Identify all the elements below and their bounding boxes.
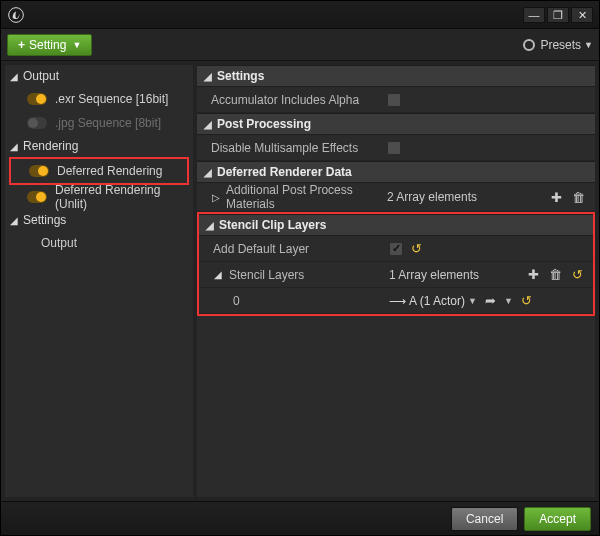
sidebar-item-label: .exr Sequence [16bit] — [55, 92, 168, 106]
section-header-stencil-clip-layers[interactable]: ◢ Stencil Clip Layers — [199, 214, 593, 236]
titlebar: — ❐ ✕ — [1, 1, 599, 29]
selection-highlight: Deferred Rendering — [9, 157, 189, 185]
toggle-on-icon[interactable] — [27, 191, 47, 203]
checkbox[interactable] — [387, 93, 401, 107]
section-header-settings[interactable]: ◢ Settings — [197, 65, 595, 87]
section-title: Stencil Clip Layers — [219, 218, 326, 232]
sidebar-item-deferred-rendering[interactable]: Deferred Rendering — [11, 159, 187, 183]
section-title: Settings — [217, 69, 264, 83]
row-accumulator-includes-alpha: Accumulator Includes Alpha — [197, 87, 595, 113]
sidebar-group-rendering[interactable]: ◢ Rendering — [5, 135, 193, 157]
close-button[interactable]: ✕ — [571, 7, 593, 23]
sidebar-item-label: Output — [41, 236, 77, 250]
reset-to-default-icon[interactable]: ↺ — [570, 267, 585, 282]
section-title: Post Processing — [217, 117, 311, 131]
sidebar-item-exr-sequence[interactable]: .exr Sequence [16bit] — [5, 87, 193, 111]
expand-icon[interactable]: ◢ — [203, 167, 213, 178]
toggle-on-icon[interactable] — [27, 93, 47, 105]
row-stencil-layers: ◢ Stencil Layers 1 Array elements ✚ 🗑 ↺ — [199, 262, 593, 288]
body: ◢ Output .exr Sequence [16bit] .jpg Sequ… — [1, 61, 599, 501]
delete-icon[interactable]: 🗑 — [570, 190, 587, 205]
expand-icon[interactable]: ◢ — [9, 141, 19, 152]
sidebar-group-settings[interactable]: ◢ Settings — [5, 209, 193, 231]
sidebar-group-label: Output — [23, 69, 59, 83]
sidebar-item-deferred-rendering-unlit[interactable]: Deferred Rendering (Unlit) — [5, 185, 193, 209]
app-logo — [7, 6, 25, 24]
row-disable-multisample: Disable Multisample Effects — [197, 135, 595, 161]
checkbox-checked[interactable]: ✓ — [389, 242, 403, 256]
row-stencil-layer-0: 0 ⟶ A (1 Actor) ▼ ➦ ▼ ↺ — [199, 288, 593, 314]
row-label: 0 — [199, 294, 389, 308]
section-title: Deferred Renderer Data — [217, 165, 352, 179]
chevron-down-icon: ▼ — [72, 40, 81, 50]
footer: Cancel Accept — [1, 501, 599, 535]
expand-icon[interactable]: ◢ — [213, 269, 223, 280]
expand-icon[interactable]: ◢ — [9, 71, 19, 82]
toolbar: + Setting ▼ Presets ▼ — [1, 29, 599, 61]
chevron-down-icon: ▼ — [584, 40, 593, 50]
row-label: Accumulator Includes Alpha — [197, 93, 387, 107]
settings-window: — ❐ ✕ + Setting ▼ Presets ▼ ◢ Output .ex… — [0, 0, 600, 536]
array-count: 2 Array elements — [387, 190, 477, 204]
add-element-icon[interactable]: ✚ — [549, 190, 564, 205]
expand-icon[interactable]: ◢ — [205, 220, 215, 231]
collapse-icon[interactable]: ▷ — [211, 192, 220, 203]
maximize-button[interactable]: ❐ — [547, 7, 569, 23]
cancel-button[interactable]: Cancel — [451, 507, 518, 531]
sidebar-item-label: .jpg Sequence [8bit] — [55, 116, 161, 130]
toggle-on-icon[interactable] — [29, 165, 49, 177]
reset-to-default-icon[interactable]: ↺ — [519, 293, 534, 308]
row-label: Add Default Layer — [199, 242, 389, 256]
delete-icon[interactable]: 🗑 — [547, 267, 564, 282]
expand-icon[interactable]: ◢ — [203, 119, 213, 130]
add-setting-label: Setting — [29, 38, 66, 52]
accept-button[interactable]: Accept — [524, 507, 591, 531]
presets-icon — [523, 39, 535, 51]
row-additional-pp-materials: ▷ Additional Post Process Materials 2 Ar… — [197, 183, 595, 212]
sidebar-item-label: Deferred Rendering — [57, 164, 162, 178]
reset-to-default-icon[interactable]: ↺ — [409, 241, 424, 256]
row-add-default-layer: Add Default Layer ✓ ↺ — [199, 236, 593, 262]
details-panel: ◢ Settings Accumulator Includes Alpha ◢ … — [197, 65, 595, 497]
presets-label: Presets — [540, 38, 581, 52]
sidebar-group-label: Settings — [23, 213, 66, 227]
add-element-icon[interactable]: ✚ — [526, 267, 541, 282]
add-setting-button[interactable]: + Setting ▼ — [7, 34, 92, 56]
expand-icon[interactable]: ◢ — [9, 215, 19, 226]
unreal-icon — [8, 7, 24, 23]
pick-actor-icon[interactable]: ➦ — [483, 293, 498, 308]
sidebar: ◢ Output .exr Sequence [16bit] .jpg Sequ… — [5, 65, 193, 497]
chevron-down-icon[interactable]: ▼ — [504, 296, 513, 306]
row-label: Stencil Layers — [229, 268, 304, 282]
stencil-highlight: ◢ Stencil Clip Layers Add Default Layer … — [197, 212, 595, 316]
chevron-down-icon: ▼ — [468, 296, 477, 306]
plus-icon: + — [18, 38, 25, 52]
sidebar-item-jpg-sequence[interactable]: .jpg Sequence [8bit] — [5, 111, 193, 135]
section-header-deferred-renderer-data[interactable]: ◢ Deferred Renderer Data — [197, 161, 595, 183]
toggle-off-icon[interactable] — [27, 117, 47, 129]
row-label: Additional Post Process Materials — [226, 183, 387, 211]
actor-layer-dropdown[interactable]: ⟶ A (1 Actor) ▼ — [389, 294, 477, 308]
sidebar-group-output[interactable]: ◢ Output — [5, 65, 193, 87]
sidebar-item-label: Deferred Rendering (Unlit) — [55, 183, 193, 211]
dropdown-value: A (1 Actor) — [409, 294, 465, 308]
svg-point-0 — [9, 7, 24, 22]
row-label: Disable Multisample Effects — [197, 141, 387, 155]
section-header-post-processing[interactable]: ◢ Post Processing — [197, 113, 595, 135]
array-count: 1 Array elements — [389, 268, 479, 282]
minimize-button[interactable]: — — [523, 7, 545, 23]
presets-dropdown[interactable]: Presets ▼ — [523, 38, 593, 52]
sidebar-group-label: Rendering — [23, 139, 78, 153]
expand-icon[interactable]: ◢ — [203, 71, 213, 82]
checkbox[interactable] — [387, 141, 401, 155]
sidebar-item-output-settings[interactable]: Output — [5, 231, 193, 255]
